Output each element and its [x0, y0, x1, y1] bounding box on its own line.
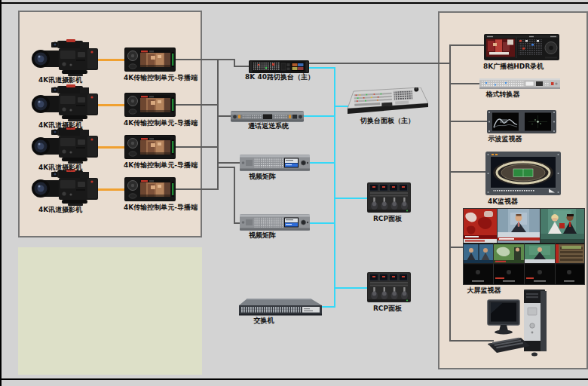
transmission-unit-4-label: 4K传输控制单元-导播端: [124, 204, 198, 212]
control-panel-label: 切换台面板（主）: [360, 118, 415, 125]
camera-2-label: 4K讯道摄影机: [38, 122, 82, 130]
control-panel-image: [344, 87, 428, 116]
empty-plan-area: [18, 247, 202, 375]
left-border-rule: [0, 0, 2, 386]
workstation-computer-image: [486, 290, 554, 359]
line-to-matrix1: [217, 162, 241, 164]
line-to-converter: [449, 83, 481, 84]
line-to-waveform: [449, 121, 488, 122]
camera-4-image: [32, 169, 115, 207]
line-unit4-out: [175, 188, 219, 190]
bus-left: [217, 59, 219, 190]
video-matrix-2-label: 视频矩阵: [249, 232, 276, 240]
line-switcher-to-rack: [309, 63, 451, 64]
video-matrix-1-image: [240, 155, 310, 171]
line-to-recorder: [449, 44, 485, 46]
transmission-unit-2-image: [124, 93, 176, 117]
waveform-monitor-label: 示波监视器: [488, 136, 522, 143]
video-matrix-1-label: 视频矩阵: [249, 173, 276, 181]
cyan-intercom: [303, 115, 334, 117]
broadcast-workflow-diagram: 4K讯道摄影机 4K讯道摄影机 4K讯道摄影机 4K讯道摄影机 4K传输控制单元…: [0, 0, 588, 386]
intercom-label: 通话返送系统: [248, 123, 289, 130]
camera-3-image: [32, 127, 115, 164]
transmission-unit-3-image: [124, 135, 176, 159]
top-border-rule: [0, 2, 588, 4]
hdr-recorder-image: [484, 34, 559, 60]
line-to-matrix2-b: [234, 167, 235, 224]
multiview-monitor-label: 大屏监视器: [467, 287, 501, 295]
format-converter-image: [479, 78, 560, 89]
video-matrix-2-image: [240, 214, 310, 231]
monitor-4k-image: [485, 152, 561, 195]
switcher-8k-label: 8K 40路切换台（主）: [245, 74, 314, 81]
bus-right: [449, 44, 451, 342]
camera-3-label: 4K讯道摄影机: [38, 164, 82, 172]
line-to-matrix2-a: [217, 167, 235, 168]
bottom-border-rule: [0, 378, 588, 380]
cyan-switcher: [309, 67, 335, 69]
switcher-8k-image: [249, 60, 309, 73]
hdr-recorder-label: 8K广播档HDR录机: [483, 63, 544, 71]
cyan-rcp1: [334, 198, 369, 199]
transmission-unit-4-image: [124, 177, 176, 201]
transmission-unit-3-label: 4K传输控制单元-导播端: [124, 162, 198, 170]
transmission-unit-2-label: 4K传输控制单元-导播端: [124, 120, 198, 127]
multiview-monitor-image: [463, 208, 585, 285]
cyan-rcp2: [334, 287, 369, 289]
intercom-system-image: [231, 111, 304, 122]
rcp-panel-1-image: [367, 182, 411, 213]
line-unit1-out: [175, 59, 235, 60]
cyan-matrix2: [310, 222, 334, 224]
format-converter-label: 格式转换器: [486, 91, 520, 99]
line-unit3-out: [175, 146, 219, 148]
bus-cyan: [334, 67, 335, 308]
cyan-network-switch: [321, 306, 334, 308]
rcp-panel-2-image: [367, 272, 411, 302]
transmission-unit-1-label: 4K传输控制单元-导播端: [124, 75, 198, 82]
line-to-intercom: [217, 115, 232, 117]
camera-4-label: 4K讯道摄影机: [38, 207, 82, 214]
cyan-matrix1: [309, 162, 334, 164]
camera-2-image: [32, 84, 115, 122]
transmission-unit-1-image: [124, 47, 176, 72]
network-switch-image: [239, 296, 322, 317]
monitor-4k-label: 4K监视器: [488, 198, 518, 206]
waveform-monitor-image: [487, 110, 556, 133]
rcp-panel-2-label: RCP面板: [373, 305, 402, 313]
line-to-4k-monitor: [449, 171, 487, 173]
rcp-panel-1-label: RCP面板: [373, 216, 402, 223]
camera-1-label: 4K讯道摄影机: [38, 77, 82, 84]
network-switch-label: 交换机: [254, 317, 274, 325]
camera-1-image: [32, 39, 115, 77]
line-unit2-out: [175, 104, 219, 106]
